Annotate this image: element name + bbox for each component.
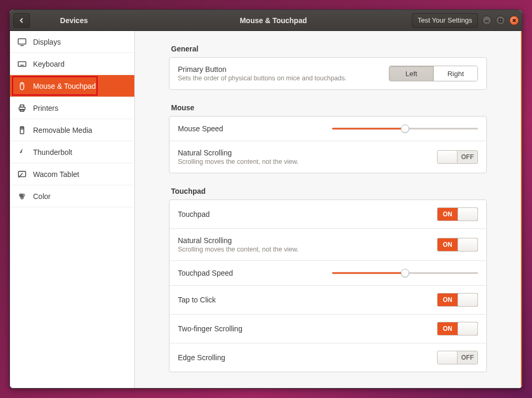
sidebar-item-label: Keyboard [33, 60, 65, 68]
mouse-icon [17, 81, 27, 91]
sidebar-item-wacom[interactable]: Wacom Tablet [10, 163, 134, 185]
row-primary-button: Primary Button Sets the order of physica… [169, 58, 486, 89]
printer-icon [17, 103, 27, 113]
back-button[interactable] [13, 13, 30, 28]
row-text: Mouse Speed [178, 124, 324, 133]
switch-knob [457, 322, 477, 335]
mouse-natural-scrolling-switch[interactable]: ON OFF [437, 150, 478, 164]
settings-window: Devices Mouse & Touchpad Test Your Setti… [9, 9, 523, 389]
window-maximize-button[interactable] [496, 16, 505, 25]
slider-fill [332, 128, 405, 130]
svg-rect-19 [21, 127, 23, 129]
sidebar-item-thunderbolt[interactable]: Thunderbolt [10, 141, 134, 163]
sidebar-item-label: Printers [33, 104, 58, 112]
switch-on-label: ON [438, 294, 457, 306]
test-settings-button[interactable]: Test Your Settings [412, 13, 478, 28]
switch-knob [457, 208, 477, 221]
row-title: Primary Button [178, 65, 380, 74]
switch-knob [457, 238, 477, 251]
two-finger-scrolling-switch[interactable]: ON OFF [437, 322, 478, 336]
row-touchpad-speed: Touchpad Speed [169, 260, 486, 285]
switch-on-label: ON [438, 238, 457, 251]
window-close-button[interactable] [509, 16, 519, 25]
sidebar-item-label: Color [33, 192, 50, 201]
sidebar: DisplaysKeyboardMouse & TouchpadPrinters… [10, 31, 135, 388]
minimize-icon [485, 18, 489, 23]
touchpad-natural-scrolling-switch[interactable]: ON OFF [437, 238, 478, 252]
svg-rect-1 [499, 19, 502, 22]
switch-off-label: OFF [457, 151, 477, 163]
color-icon [17, 192, 27, 201]
sidebar-item-displays[interactable]: Displays [10, 31, 134, 53]
sidebar-title: Devices [30, 16, 135, 25]
row-touchpad-enabled: Touchpad ON OFF [169, 200, 486, 228]
panel-mouse: Mouse Speed Natural Scrolling Scrolling … [169, 116, 487, 173]
slider-fill [332, 273, 405, 274]
switch-on-label: ON [438, 322, 457, 335]
row-text: Touchpad [178, 210, 429, 218]
page-title: Mouse & Touchpad [135, 16, 412, 25]
sidebar-item-label: Wacom Tablet [33, 170, 79, 179]
row-title: Mouse Speed [178, 124, 324, 133]
row-title: Touchpad Speed [178, 269, 324, 277]
sidebar-item-label: Displays [33, 38, 61, 46]
row-description: Sets the order of physical buttons on mi… [178, 75, 380, 82]
titlebar-left: Devices [10, 13, 135, 28]
switch-off-label: OFF [457, 351, 477, 364]
maximize-icon [498, 18, 503, 23]
keyboard-icon [17, 59, 27, 69]
row-title: Two-finger Scrolling [178, 324, 429, 333]
row-title: Edge Scrolling [178, 353, 429, 362]
titlebar: Devices Mouse & Touchpad Test Your Setti… [10, 10, 522, 31]
row-text: Edge Scrolling [178, 353, 429, 362]
panel-general: Primary Button Sets the order of physica… [169, 57, 487, 90]
section-title-mouse: Mouse [171, 103, 487, 112]
display-icon [17, 37, 27, 47]
thunderbolt-icon [17, 148, 27, 157]
sidebar-item-keyboard[interactable]: Keyboard [10, 53, 134, 75]
row-description: Scrolling moves the content, not the vie… [178, 158, 429, 165]
row-text: Natural Scrolling Scrolling moves the co… [178, 236, 429, 253]
primary-button-segmented: Left Right [389, 66, 478, 81]
row-description: Scrolling moves the content, not the vie… [178, 246, 429, 253]
section-title-general: General [171, 45, 487, 53]
row-title: Tap to Click [178, 296, 429, 304]
sidebar-item-mouse-touchpad[interactable]: Mouse & Touchpad [10, 75, 134, 97]
close-icon [512, 18, 516, 23]
primary-button-right[interactable]: Right [433, 66, 477, 81]
section-title-touchpad: Touchpad [171, 187, 487, 195]
primary-button-left[interactable]: Left [389, 66, 433, 81]
tap-to-click-switch[interactable]: ON OFF [437, 293, 478, 307]
touchpad-speed-slider[interactable] [332, 268, 478, 278]
removable-icon [17, 125, 27, 135]
row-touchpad-natural-scrolling: Natural Scrolling Scrolling moves the co… [169, 228, 486, 260]
chevron-left-icon [19, 18, 24, 23]
window-minimize-button[interactable] [482, 16, 492, 25]
sidebar-item-label: Removable Media [33, 126, 92, 134]
svg-rect-6 [18, 61, 26, 66]
row-text: Touchpad Speed [178, 269, 324, 277]
sidebar-item-printers[interactable]: Printers [10, 97, 134, 119]
svg-rect-4 [18, 38, 26, 44]
switch-knob [438, 351, 457, 364]
touchpad-enabled-switch[interactable]: ON OFF [437, 207, 478, 221]
row-edge-scrolling: Edge Scrolling ON OFF [169, 343, 486, 372]
edge-scrolling-switch[interactable]: ON OFF [437, 351, 478, 364]
window-body: DisplaysKeyboardMouse & TouchpadPrinters… [10, 31, 522, 388]
switch-knob [438, 151, 457, 163]
row-text: Natural Scrolling Scrolling moves the co… [178, 149, 429, 165]
row-mouse-speed: Mouse Speed [169, 117, 486, 141]
tablet-icon [17, 170, 27, 179]
row-text: Two-finger Scrolling [178, 324, 429, 333]
mouse-speed-slider[interactable] [332, 124, 478, 133]
switch-on-label: ON [438, 208, 457, 221]
row-tap-to-click: Tap to Click ON OFF [169, 285, 486, 314]
slider-thumb [401, 269, 409, 277]
sidebar-item-color[interactable]: Color [10, 185, 134, 207]
svg-rect-17 [20, 109, 24, 111]
row-title: Touchpad [178, 210, 429, 218]
panel-touchpad: Touchpad ON OFF Natural Scrolling Scroll… [169, 200, 487, 372]
sidebar-item-removable[interactable]: Removable Media [10, 119, 134, 141]
titlebar-right: Test Your Settings [412, 13, 522, 28]
slider-thumb [401, 124, 409, 133]
